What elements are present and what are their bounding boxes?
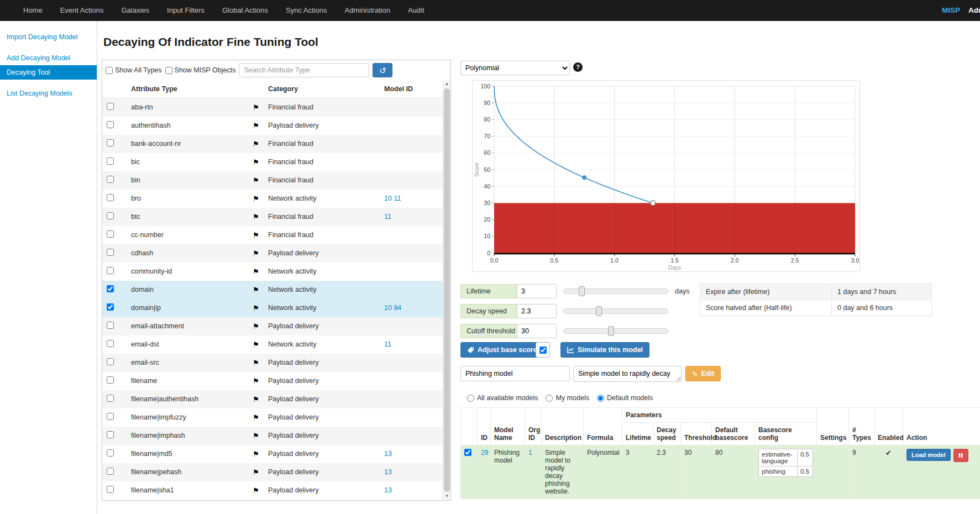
attribute-row-checkbox[interactable] [107, 230, 114, 238]
attribute-row[interactable]: domain|ip⚑Network activity10 84 [102, 299, 443, 317]
search-attribute-type-input[interactable] [239, 63, 369, 77]
attribute-row[interactable]: filename⚑Payload delivery [102, 372, 443, 390]
attribute-row-checkbox[interactable] [107, 376, 114, 384]
flag-icon[interactable]: ⚑ [253, 103, 259, 112]
misp-brand[interactable]: MISP [942, 0, 960, 21]
attribute-row-checkbox[interactable] [107, 121, 114, 128]
attribute-row-checkbox[interactable] [107, 103, 114, 110]
flag-icon[interactable]: ⚑ [253, 213, 259, 221]
flag-icon[interactable]: ⚑ [253, 304, 259, 312]
adjust-base-score-checkbox[interactable] [539, 347, 547, 354]
flag-icon[interactable]: ⚑ [253, 322, 259, 331]
attribute-row-checkbox[interactable] [107, 303, 114, 311]
flag-icon[interactable]: ⚑ [253, 140, 259, 148]
attribute-row[interactable]: filename|imphash⚑Payload delivery [102, 427, 443, 445]
nav-item-sync-actions[interactable]: Sync Actions [277, 0, 336, 21]
nav-item-audit[interactable]: Audit [399, 0, 433, 21]
lifetime-slider[interactable] [563, 289, 668, 294]
cutoff-threshold-value-input[interactable] [517, 324, 557, 338]
model-id-link[interactable]: 10 84 [384, 304, 401, 312]
scroll-up-icon[interactable]: ▲ [443, 80, 450, 88]
model-row[interactable]: 29Phishing model1Simple model to rapidly… [461, 445, 980, 499]
attribute-row[interactable]: bin⚑Financial fraud [102, 171, 443, 190]
model-row-checkbox[interactable] [464, 449, 471, 456]
help-icon[interactable]: ? [573, 62, 583, 72]
nav-item-home[interactable]: Home [14, 0, 51, 21]
sidebar-item-decaying-tool[interactable]: Decaying Tool [0, 65, 97, 80]
model-id-link[interactable]: 29 [481, 449, 488, 457]
show-misp-objects-checkbox[interactable] [165, 67, 172, 74]
model-description-textarea[interactable]: Simple model to rapidly decay [573, 366, 682, 382]
pause-model-button[interactable] [953, 449, 968, 462]
model-id-link[interactable]: 13 [384, 486, 392, 494]
show-all-types-option[interactable]: Show All Types [106, 66, 162, 74]
flag-icon[interactable]: ⚑ [253, 122, 259, 130]
attribute-row-checkbox[interactable] [107, 194, 114, 201]
attribute-row-checkbox[interactable] [107, 158, 114, 165]
attribute-row[interactable]: community-id⚑Network activity [102, 263, 443, 281]
nav-item-input-filters[interactable]: Input Filters [158, 0, 213, 21]
flag-icon[interactable]: ⚑ [253, 432, 259, 440]
model-id-link[interactable]: 11 [384, 340, 391, 348]
attribute-row[interactable]: bank-account-nr⚑Financial fraud [102, 135, 443, 153]
flag-icon[interactable]: ⚑ [253, 231, 259, 239]
scrollbar-thumb[interactable] [444, 88, 450, 492]
adjust-base-score-toggle[interactable] [536, 342, 550, 358]
attribute-row[interactable]: btc⚑Financial fraud11 [102, 208, 443, 226]
show-all-types-checkbox[interactable] [106, 67, 113, 74]
nav-item-administration[interactable]: Administration [336, 0, 399, 21]
flag-icon[interactable]: ⚑ [253, 268, 259, 276]
attribute-row[interactable]: filename|pehash⚑Payload delivery13 [102, 463, 443, 481]
refresh-button[interactable]: ↺ [373, 63, 392, 77]
attribute-row-checkbox[interactable] [107, 486, 114, 493]
attribute-row-checkbox[interactable] [107, 139, 114, 146]
flag-icon[interactable]: ⚑ [253, 195, 259, 203]
attribute-row-checkbox[interactable] [107, 468, 114, 475]
attribute-row[interactable]: bic⚑Financial fraud [102, 153, 443, 171]
attribute-row[interactable]: bro⚑Network activity10 11 [102, 190, 443, 208]
attribute-row[interactable]: cdhash⚑Payload delivery [102, 244, 443, 263]
model-filter-radio[interactable] [467, 395, 474, 402]
attribute-row-checkbox[interactable] [107, 358, 114, 365]
flag-icon[interactable]: ⚑ [253, 413, 259, 422]
load-model-button[interactable]: Load model [906, 449, 951, 461]
flag-icon[interactable]: ⚑ [253, 359, 259, 367]
model-id-link[interactable]: 13 [384, 468, 392, 476]
model-id-link[interactable]: 13 [384, 450, 392, 458]
sidebar-item-add-decaying-model[interactable]: Add Decaying Model [0, 51, 97, 65]
model-filter-radio[interactable] [597, 395, 604, 402]
attribute-row[interactable]: filename|md5⚑Payload delivery13 [102, 445, 443, 463]
sidebar-item-import-decaying-model[interactable]: Import Decaying Model [0, 30, 97, 44]
model-filter-my-models[interactable]: My models [546, 394, 589, 402]
attribute-row-checkbox[interactable] [107, 267, 114, 274]
flag-icon[interactable]: ⚑ [253, 158, 259, 166]
flag-icon[interactable]: ⚑ [253, 450, 259, 458]
attribute-row-checkbox[interactable] [107, 340, 114, 347]
lifetime-value-input[interactable] [517, 284, 557, 298]
attribute-row[interactable]: email-dst⚑Network activity11 [102, 335, 443, 354]
flag-icon[interactable]: ⚑ [253, 486, 259, 495]
attribute-row[interactable]: aba-rtn⚑Financial fraud [102, 98, 443, 117]
attribute-row-checkbox[interactable] [107, 431, 114, 438]
nav-item-galaxies[interactable]: Galaxies [112, 0, 158, 21]
flag-icon[interactable]: ⚑ [253, 377, 259, 385]
decay-speed-value-input[interactable] [517, 304, 557, 318]
model-id-link[interactable]: 10 11 [384, 195, 401, 202]
attribute-row-checkbox[interactable] [107, 212, 114, 219]
attribute-row[interactable]: email-src⚑Payload delivery [102, 354, 443, 372]
model-filter-default-models[interactable]: Default models [597, 394, 653, 402]
attribute-table-scrollbar[interactable]: ▲ ▼ [443, 80, 450, 500]
flag-icon[interactable]: ⚑ [253, 249, 259, 258]
decay-curve-chart[interactable]: 0.00.51.01.52.02.53.00102030405060708090… [473, 81, 860, 271]
attribute-row[interactable]: filename|impfuzzy⚑Payload delivery [102, 408, 443, 427]
formula-select[interactable]: Polynomial [460, 61, 570, 75]
attribute-row-checkbox[interactable] [107, 176, 114, 183]
flag-icon[interactable]: ⚑ [253, 468, 259, 476]
adjust-base-score-button[interactable]: Adjust base score [460, 342, 544, 358]
attribute-row[interactable]: domain⚑Network activity [102, 281, 443, 299]
edit-model-button[interactable]: ✎ Edit [685, 366, 721, 381]
flag-icon[interactable]: ⚑ [253, 176, 259, 185]
model-filter-all-available-models[interactable]: All available models [467, 394, 538, 402]
attribute-row-checkbox[interactable] [107, 285, 114, 292]
show-misp-objects-option[interactable]: Show MISP Objects [165, 66, 236, 74]
